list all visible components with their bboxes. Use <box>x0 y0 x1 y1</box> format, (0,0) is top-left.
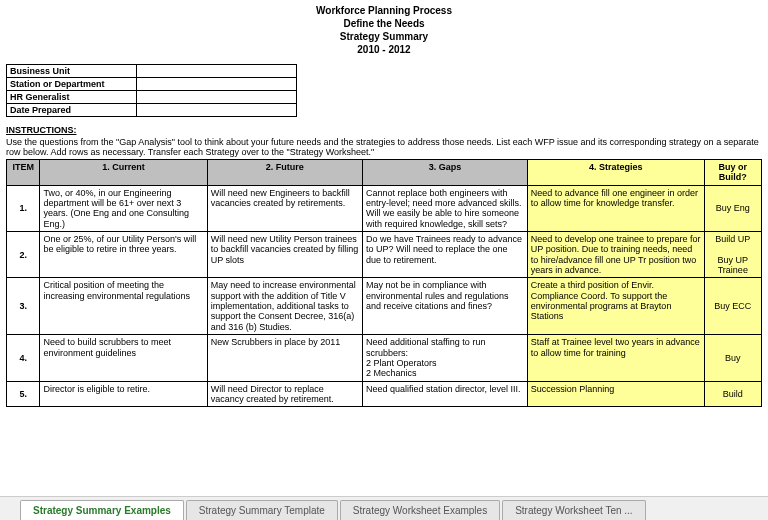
title-line-4: 2010 - 2012 <box>6 43 762 56</box>
sheet-tab[interactable]: Strategy Summary Examples <box>20 500 184 520</box>
cell-item[interactable]: 2. <box>7 232 40 278</box>
cell-current[interactable]: One or 25%, of our Utility Person's will… <box>40 232 207 278</box>
meta-value[interactable] <box>137 104 297 117</box>
meta-label: Date Prepared <box>7 104 137 117</box>
cell-item[interactable]: 5. <box>7 381 40 407</box>
cell-future[interactable]: New Scrubbers in place by 2011 <box>207 335 362 381</box>
cell-item[interactable]: 4. <box>7 335 40 381</box>
cell-buy-build[interactable]: Buy <box>704 335 761 381</box>
meta-label: Station or Department <box>7 78 137 91</box>
cell-buy-build[interactable]: Buy ECC <box>704 278 761 335</box>
instructions-text: Use the questions from the "Gap Analysis… <box>6 137 762 157</box>
meta-row: Station or Department <box>7 78 297 91</box>
cell-strategies[interactable]: Create a third position of Envir. Compli… <box>527 278 704 335</box>
cell-strategies[interactable]: Staff at Trainee level two years in adva… <box>527 335 704 381</box>
col-buy-build: Buy or Build? <box>704 160 761 186</box>
sheet-tab[interactable]: Strategy Worksheet Examples <box>340 500 500 520</box>
grid-row[interactable]: 5.Director is eligible to retire.Will ne… <box>7 381 762 407</box>
cell-gaps[interactable]: Need additional staffing to run scrubber… <box>362 335 527 381</box>
cell-current[interactable]: Need to build scrubbers to meet environm… <box>40 335 207 381</box>
meta-table: Business Unit Station or Department HR G… <box>6 64 297 117</box>
grid-row[interactable]: 4.Need to build scrubbers to meet enviro… <box>7 335 762 381</box>
meta-label: Business Unit <box>7 65 137 78</box>
cell-current[interactable]: Director is eligible to retire. <box>40 381 207 407</box>
grid-row[interactable]: 2.One or 25%, of our Utility Person's wi… <box>7 232 762 278</box>
cell-gaps[interactable]: May not be in compliance with environmen… <box>362 278 527 335</box>
cell-current[interactable]: Two, or 40%, in our Engineering departme… <box>40 185 207 231</box>
instructions-label: INSTRUCTIONS: <box>6 125 77 135</box>
sheet-tab[interactable]: Strategy Summary Template <box>186 500 338 520</box>
cell-gaps[interactable]: Cannot replace both engineers with entry… <box>362 185 527 231</box>
cell-buy-build[interactable]: Build UPBuy UP Trainee <box>704 232 761 278</box>
col-strategies: 4. Strategies <box>527 160 704 186</box>
meta-label: HR Generalist <box>7 91 137 104</box>
grid-row[interactable]: 1.Two, or 40%, in our Engineering depart… <box>7 185 762 231</box>
meta-value[interactable] <box>137 65 297 78</box>
meta-row: Business Unit <box>7 65 297 78</box>
col-gaps: 3. Gaps <box>362 160 527 186</box>
title-line-3: Strategy Summary <box>6 30 762 43</box>
worksheet-area: Workforce Planning Process Define the Ne… <box>0 0 768 457</box>
strategy-grid[interactable]: ITEM 1. Current 2. Future 3. Gaps 4. Str… <box>6 159 762 407</box>
instructions: INSTRUCTIONS: <box>6 125 762 135</box>
cell-gaps[interactable]: Do we have Trainees ready to advance to … <box>362 232 527 278</box>
cell-item[interactable]: 3. <box>7 278 40 335</box>
col-future: 2. Future <box>207 160 362 186</box>
cell-future[interactable]: May need to increase environmental suppo… <box>207 278 362 335</box>
cell-current[interactable]: Critical position of meeting the increas… <box>40 278 207 335</box>
cell-strategies[interactable]: Succession Planning <box>527 381 704 407</box>
grid-row[interactable]: 3.Critical position of meeting the incre… <box>7 278 762 335</box>
col-current: 1. Current <box>40 160 207 186</box>
col-item: ITEM <box>7 160 40 186</box>
cell-strategies[interactable]: Need to develop one trainee to prepare f… <box>527 232 704 278</box>
meta-value[interactable] <box>137 91 297 104</box>
meta-row: HR Generalist <box>7 91 297 104</box>
meta-row: Date Prepared <box>7 104 297 117</box>
sheet-tab[interactable]: Strategy Worksheet Ten ... <box>502 500 645 520</box>
cell-buy-build[interactable]: Build <box>704 381 761 407</box>
meta-value[interactable] <box>137 78 297 91</box>
sheet-tabs: Strategy Summary ExamplesStrategy Summar… <box>0 496 768 520</box>
cell-gaps[interactable]: Need qualified station director, level I… <box>362 381 527 407</box>
cell-future[interactable]: Will need new Engineers to backfill vaca… <box>207 185 362 231</box>
cell-strategies[interactable]: Need to advance fill one engineer in ord… <box>527 185 704 231</box>
title-line-1: Workforce Planning Process <box>6 4 762 17</box>
cell-item[interactable]: 1. <box>7 185 40 231</box>
cell-buy-build[interactable]: Buy Eng <box>704 185 761 231</box>
title-line-2: Define the Needs <box>6 17 762 30</box>
cell-future[interactable]: Will need Director to replace vacancy cr… <box>207 381 362 407</box>
cell-future[interactable]: Will need new Utility Person trainees to… <box>207 232 362 278</box>
title-block: Workforce Planning Process Define the Ne… <box>6 4 762 56</box>
grid-header-row: ITEM 1. Current 2. Future 3. Gaps 4. Str… <box>7 160 762 186</box>
